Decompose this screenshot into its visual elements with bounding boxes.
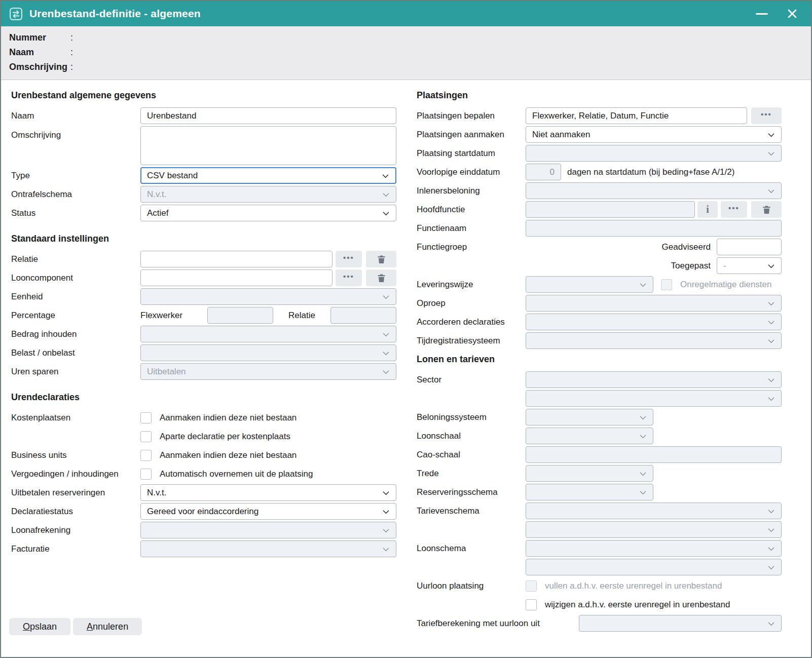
chevron-down-icon xyxy=(768,395,774,401)
tijdregistratiesysteem-select[interactable] xyxy=(526,332,782,349)
hoofdfunctie-browse-button[interactable]: ••• xyxy=(721,201,747,218)
declaratiestatus-label: Declaratiestatus xyxy=(11,507,140,517)
inlenersbeloning-select[interactable] xyxy=(526,182,782,199)
voorlopige-einddatum-input: 0 xyxy=(526,164,561,180)
chevron-down-icon xyxy=(383,508,389,514)
uurloon-vullen-checkbox-label: vullen a.d.h.v. eerste urenregel in uren… xyxy=(545,581,722,591)
uitbetalen-reserveringen-select[interactable]: N.v.t. xyxy=(140,484,396,501)
functienaam-input[interactable] xyxy=(526,220,782,237)
loonschema-select-2[interactable] xyxy=(526,559,782,575)
looncomponent-label: Looncomponent xyxy=(11,273,140,283)
footer: Opslaan Annuleren xyxy=(9,618,142,635)
leveringswijze-select[interactable] xyxy=(526,276,653,293)
eenheid-select[interactable] xyxy=(140,288,396,305)
more-icon: ••• xyxy=(761,110,772,121)
bedrag-inhouden-select[interactable] xyxy=(140,326,396,342)
type-select[interactable]: CSV bestand xyxy=(140,167,396,184)
vergoedingen-overnemen-checkbox[interactable] xyxy=(140,469,152,480)
beloningssysteem-label: Beloningssysteem xyxy=(417,412,526,422)
section-plaatsingen: Plaatsingen xyxy=(417,90,782,101)
loonschema-label: Loonschema xyxy=(417,544,526,554)
chevron-down-icon xyxy=(640,432,646,439)
status-label: Status xyxy=(11,208,140,218)
aparte-declaratie-checkbox-label: Aparte declaratie per kostenplaats xyxy=(160,432,290,442)
record-header: Nummer : Naam : Omschrijving : xyxy=(1,26,811,80)
relatie-browse-button[interactable]: ••• xyxy=(336,251,362,267)
close-button[interactable] xyxy=(785,6,800,21)
plaatsing-startdatum-select[interactable] xyxy=(526,145,782,162)
percentage-flexwerker-label: Flexwerker xyxy=(140,311,207,321)
trede-select[interactable] xyxy=(526,465,653,482)
uurloon-wijzigen-checkbox[interactable] xyxy=(526,599,537,610)
omschrijving-label: Omschrijving xyxy=(11,126,140,140)
omschrijving-textarea[interactable] xyxy=(140,126,396,165)
looncomponent-clear-button[interactable] xyxy=(366,269,396,286)
vergoedingen-overnemen-checkbox-label: Automatisch overnemen uit de plaatsing xyxy=(160,469,313,479)
relatie-input[interactable] xyxy=(140,251,333,267)
oproep-select[interactable] xyxy=(526,295,782,312)
trash-icon xyxy=(762,205,771,215)
hoofdfunctie-label: Hoofdfunctie xyxy=(417,205,526,215)
inlenersbeloning-label: Inlenersbeloning xyxy=(417,186,526,196)
tariefberekening-select[interactable] xyxy=(579,615,782,632)
business-units-aanmaken-checkbox[interactable] xyxy=(140,450,152,461)
naam-header-value xyxy=(78,45,811,60)
reserveringsschema-select[interactable] xyxy=(526,484,653,500)
status-select[interactable]: Actief xyxy=(140,205,396,221)
chevron-down-icon xyxy=(768,376,774,382)
facturatie-select[interactable] xyxy=(140,540,396,557)
loonschaal-select[interactable] xyxy=(526,428,653,444)
minimize-button[interactable] xyxy=(754,6,769,21)
percentage-label: Percentage xyxy=(11,311,140,321)
chevron-down-icon xyxy=(640,281,646,287)
chevron-down-icon xyxy=(768,318,774,325)
functiegroep-toegepast-select[interactable]: - xyxy=(717,257,782,274)
functiegroep-geadviseerd-input xyxy=(717,239,782,255)
plaatsingen-bepalen-input[interactable]: Flexwerker, Relatie, Datum, Functie xyxy=(526,107,747,124)
accorderen-declaraties-select[interactable] xyxy=(526,314,782,330)
functiegroep-label: Functiegroep xyxy=(417,242,526,252)
declaratiestatus-select[interactable]: Gereed voor eindaccordering xyxy=(140,503,396,520)
plaatsingen-bepalen-browse-button[interactable]: ••• xyxy=(751,107,782,124)
toegepast-label: Toegepast xyxy=(671,261,711,271)
chevron-down-icon xyxy=(768,563,774,570)
tarievenschema-select-1[interactable] xyxy=(526,502,782,519)
belast-onbelast-label: Belast / onbelast xyxy=(11,348,140,358)
belast-onbelast-select[interactable] xyxy=(140,344,396,361)
aparte-declaratie-checkbox[interactable] xyxy=(140,431,152,442)
ontrafelschema-label: Ontrafelschema xyxy=(11,189,140,200)
save-button[interactable]: Opslaan xyxy=(9,618,70,635)
sector-select-2[interactable] xyxy=(526,390,782,407)
kostenplaatsen-aanmaken-checkbox-label: Aanmaken indien deze niet bestaan xyxy=(160,413,297,423)
chevron-down-icon xyxy=(383,526,389,533)
loonafrekening-label: Loonafrekening xyxy=(11,525,140,535)
hoofdfunctie-clear-button[interactable] xyxy=(751,201,782,218)
looncomponent-browse-button[interactable]: ••• xyxy=(336,269,362,286)
plaatsingen-aanmaken-select[interactable]: Niet aanmaken xyxy=(526,126,782,143)
percentage-relatie-input[interactable] xyxy=(330,307,396,324)
section-urendeclaraties: Urendeclaraties xyxy=(11,392,396,403)
sector-select-1[interactable] xyxy=(526,371,782,388)
voorlopige-einddatum-suffix: dagen na startdatum (bij beding+fase A/1… xyxy=(567,167,734,177)
hoofdfunctie-info-button[interactable]: i xyxy=(697,201,718,218)
cancel-button[interactable]: Annuleren xyxy=(73,618,142,635)
tarievenschema-select-2[interactable] xyxy=(526,521,782,538)
loonafrekening-select[interactable] xyxy=(140,522,396,538)
beloningssysteem-select[interactable] xyxy=(526,409,653,425)
hoofdfunctie-input[interactable] xyxy=(526,201,695,218)
plaatsing-startdatum-label: Plaatsing startdatum xyxy=(417,148,526,159)
percentage-flexwerker-input[interactable] xyxy=(207,307,273,324)
chevron-down-icon xyxy=(383,209,389,216)
relatie-clear-button[interactable] xyxy=(366,251,396,267)
cao-schaal-input[interactable] xyxy=(526,446,782,463)
uurloon-plaatsing-label: Uurloon plaatsing xyxy=(417,581,526,591)
trash-icon xyxy=(377,273,386,283)
transfer-icon xyxy=(9,7,23,21)
naam-input[interactable]: Urenbestand xyxy=(140,107,396,124)
chevron-down-icon xyxy=(382,172,389,178)
loonschema-select-1[interactable] xyxy=(526,540,782,557)
looncomponent-input[interactable] xyxy=(140,269,333,286)
window-title: Urenbestand-definitie - algemeen xyxy=(29,8,201,20)
kostenplaatsen-aanmaken-checkbox[interactable] xyxy=(140,412,152,423)
ontrafelschema-select: N.v.t. xyxy=(140,186,396,203)
